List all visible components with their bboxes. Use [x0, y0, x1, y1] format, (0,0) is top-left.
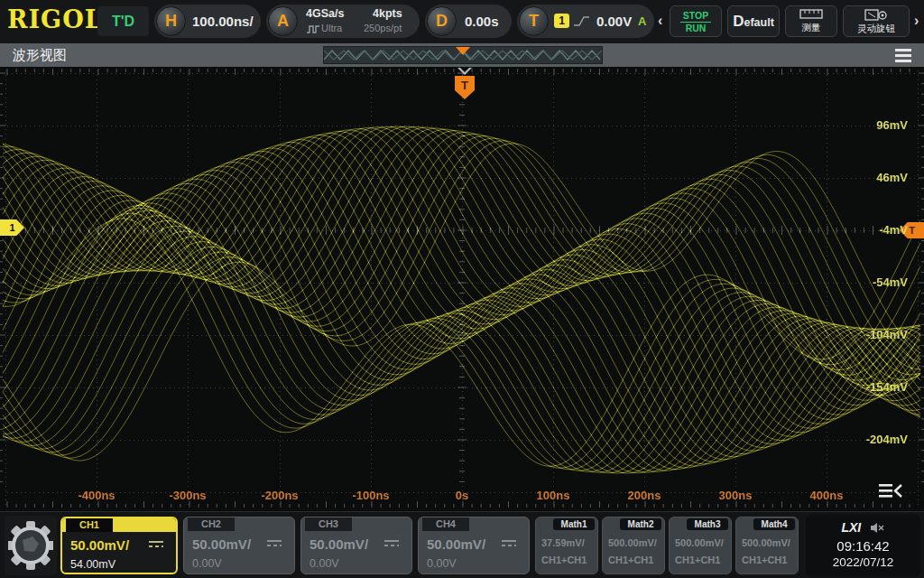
horizontal-offset[interactable]: 0.00s [465, 14, 499, 29]
waveform-canvas[interactable] [0, 67, 924, 511]
math-card-math1[interactable]: Math1 37.59mV/ CH1+CH1 [535, 517, 598, 574]
math3-expr: CH1+CH1 [675, 555, 720, 565]
ch4-tab[interactable]: CH4 [422, 517, 469, 531]
acquisition-group[interactable]: A 4GSa/s Ultra 4kpts 250ps/pt [266, 5, 420, 38]
ch1-offset[interactable]: 54.00mV [70, 558, 116, 571]
math-card-math2[interactable]: Math2 500.00mV/ CH1+CH1 [602, 517, 665, 574]
clock-time: 09:16:42 [806, 538, 920, 554]
measure-button[interactable]: 测量 [785, 5, 837, 37]
trigger-group[interactable]: T 1 0.00V A [517, 5, 654, 38]
math-card-math3[interactable]: Math3 500.00mV/ CH1+CH1 [669, 517, 732, 574]
quick-knob-button[interactable]: 灵动旋钮 [843, 5, 910, 37]
sample-interval: 250ps/pt [364, 23, 402, 33]
ch1-scale[interactable]: 50.00mV/ [70, 537, 129, 553]
bottom-status-bar: CH1 50.00mV/ 54.00mV CH2 50.00mV/ 0.00V … [0, 511, 924, 578]
memory-depth: 4kpts [373, 7, 402, 20]
waveform-overview-strip[interactable] [323, 46, 603, 64]
horizontal-group[interactable]: H 100.00ns/ [154, 5, 261, 38]
stop-run-button[interactable]: STOP RUN [670, 5, 722, 37]
toolbar-scroll-right[interactable]: › [914, 13, 919, 29]
math2-scale: 500.00mV/ [608, 537, 657, 548]
math1-tab[interactable]: Math1 [553, 518, 595, 530]
home-gear-button[interactable] [5, 516, 57, 575]
sample-rate: 4GSa/s [306, 7, 344, 20]
channel-card-ch3[interactable]: CH3 50.00mV/ 0.00V [300, 517, 412, 574]
ch2-tab[interactable]: CH2 [188, 517, 235, 531]
x-tick--400ns: -400ns [68, 489, 125, 502]
waveform-display[interactable]: T 1 T 96mV 46mV -4mV -54mV -104mV -154mV… [0, 67, 924, 511]
channel-card-ch1[interactable]: CH1 50.00mV/ 54.00mV [60, 517, 178, 574]
y-tick--154mv: -154mV [845, 380, 908, 394]
ch2-scale[interactable]: 50.00mV/ [192, 536, 251, 552]
speaker-muted-icon[interactable] [870, 522, 885, 534]
default-cap: D [733, 13, 744, 30]
view-title: 波形视图 [13, 47, 67, 64]
ch1-dc-coupling-icon [149, 541, 163, 547]
acquire-knob[interactable]: A [268, 6, 298, 36]
y-tick--54mv: -54mV [845, 275, 908, 289]
math3-tab[interactable]: Math3 [687, 518, 728, 530]
lxi-row: LXI [806, 519, 920, 536]
y-tick-96mv: 96mV [845, 118, 908, 132]
ultra-mode-icon [306, 23, 321, 34]
x-tick-100ns: 100ns [524, 489, 582, 502]
ch4-offset[interactable]: 0.00V [427, 557, 457, 570]
y-tick-46mv: 46mV [845, 171, 908, 184]
measure-label: 测量 [786, 22, 836, 34]
collapse-menu-icon[interactable] [877, 482, 904, 500]
trigger-knob[interactable]: T [519, 6, 549, 36]
ch2-offset[interactable]: 0.00V [192, 557, 222, 570]
math4-tab[interactable]: Math4 [753, 518, 795, 530]
x-tick--100ns: -100ns [342, 489, 400, 502]
math1-expr: CH1+CH1 [541, 555, 587, 565]
horizontal-knob[interactable]: H [156, 6, 186, 36]
ch2-dc-coupling-icon [267, 540, 282, 546]
math4-expr: CH1+CH1 [742, 555, 787, 565]
system-status-block[interactable]: LXI 09:16:42 2022/07/12 [806, 515, 920, 576]
default-rest: efault [744, 16, 773, 29]
overview-trigger-marker[interactable] [456, 47, 470, 55]
gear-icon [8, 519, 53, 572]
trigger-level[interactable]: 0.00V [596, 14, 632, 29]
y-tick--204mv: -204mV [845, 433, 908, 446]
x-tick-400ns: 400ns [798, 489, 855, 502]
ch3-dc-coupling-icon [384, 540, 399, 546]
rigol-logo: RIGOL [7, 5, 103, 33]
menu-icon[interactable] [895, 49, 911, 65]
timebase-scale[interactable]: 100.00ns/ [192, 14, 254, 29]
trigger-source-badge[interactable]: 1 [554, 14, 569, 28]
clock-date: 2022/07/12 [806, 555, 920, 569]
top-toolbar: RIGOL T'D H 100.00ns/ A 4GSa/s Ultra 4kp… [0, 0, 924, 43]
ch4-scale[interactable]: 50.00mV/ [427, 536, 485, 552]
delay-group[interactable]: D 0.00s [425, 5, 512, 38]
ch3-scale[interactable]: 50.00mV/ [310, 536, 368, 552]
acq-mode-row: Ultra [306, 22, 342, 38]
math-card-math4[interactable]: Math4 500.00mV/ CH1+CH1 [735, 517, 799, 574]
y-tick--104mv: -104mV [845, 328, 908, 341]
channel-card-ch2[interactable]: CH2 50.00mV/ 0.00V [183, 517, 295, 574]
ch3-tab[interactable]: CH3 [305, 517, 352, 531]
toolbar-scroll-left[interactable]: ‹ [658, 13, 662, 29]
y-tick--4mv: -4mV [845, 223, 908, 237]
delay-knob[interactable]: D [427, 6, 457, 36]
math2-expr: CH1+CH1 [608, 555, 653, 565]
rising-edge-icon [573, 14, 591, 28]
x-tick-0s: 0s [433, 489, 491, 502]
ch1-tab[interactable]: CH1 [66, 518, 113, 532]
x-tick-200ns: 200ns [615, 489, 673, 502]
x-tick-300ns: 300ns [707, 489, 764, 502]
acq-mode-label: Ultra [321, 23, 342, 33]
x-tick--300ns: -300ns [159, 489, 217, 502]
ch3-offset[interactable]: 0.00V [310, 557, 339, 570]
math2-tab[interactable]: Math2 [620, 518, 661, 530]
quick-knob-label: 灵动旋钮 [844, 23, 909, 35]
math3-scale: 500.00mV/ [675, 537, 724, 548]
view-title-bar: 波形视图 [0, 43, 924, 67]
ch4-dc-coupling-icon [502, 540, 516, 546]
trigger-position-caret-inner [460, 68, 469, 72]
channel-card-ch4[interactable]: CH4 50.00mV/ 0.00V [418, 517, 530, 574]
default-button[interactable]: Default [727, 5, 780, 37]
run-label: RUN [670, 23, 721, 33]
math4-scale: 500.00mV/ [742, 537, 790, 548]
trigger-status-badge: T'D [97, 6, 149, 36]
